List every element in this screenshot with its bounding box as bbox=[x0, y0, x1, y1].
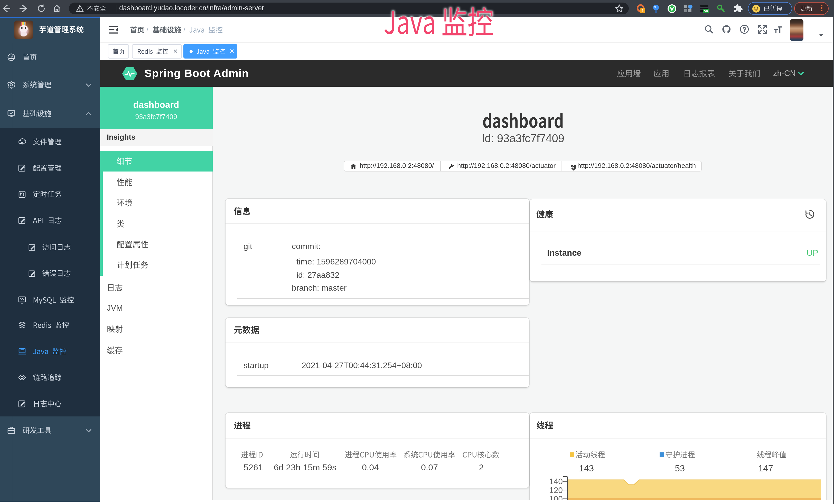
svg-text:1: 1 bbox=[642, 9, 644, 13]
svg-text:on: on bbox=[704, 9, 708, 13]
